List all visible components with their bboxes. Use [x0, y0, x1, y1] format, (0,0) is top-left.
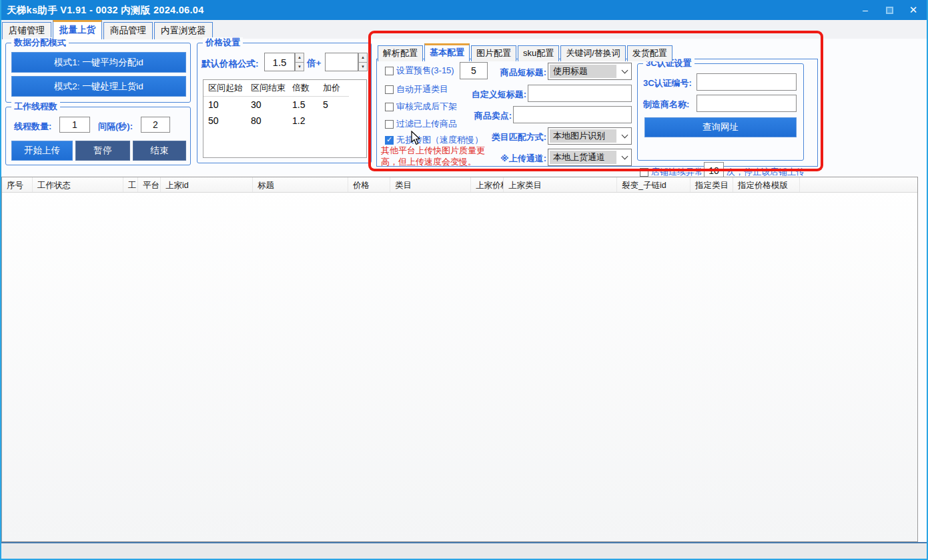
price-range-table: 区间起始 区间结束 倍数 加价 10 30 1.5 5 50 80 1.2 — [203, 79, 367, 158]
maker-name-input[interactable] — [697, 95, 797, 112]
checkbox-checked-icon[interactable] — [385, 136, 394, 145]
price-group-title: 价格设置 — [203, 37, 243, 48]
interval-input[interactable] — [141, 117, 170, 133]
checkbox-icon[interactable] — [640, 168, 648, 177]
config-tab-parse[interactable]: 解析配置 — [378, 45, 423, 61]
auto-category-checkbox[interactable]: 自动开通类目 — [385, 83, 448, 95]
presale-label: 设置预售(3-15) — [396, 65, 454, 77]
mode2-button[interactable]: 模式2: 一键处理上货id — [11, 76, 186, 97]
pause-button[interactable]: 暂停 — [75, 141, 130, 161]
main-tab-bar: 店铺管理 批量上货 商品管理 内置浏览器 — [0, 20, 928, 39]
thread-count-label: 线程数量: — [14, 121, 51, 133]
chevron-down-icon — [618, 149, 631, 165]
chevron-down-icon — [618, 63, 631, 79]
batch-upload-page: 数据分配模式 模式1: 一键平均分配id 模式2: 一键处理上货id 工作线程数… — [0, 39, 928, 542]
data-mode-group: 数据分配模式 模式1: 一键平均分配id 模式2: 一键处理上货id — [5, 43, 191, 103]
cert-number-input[interactable] — [697, 73, 797, 91]
tab-batch-upload[interactable]: 批量上货 — [53, 20, 102, 39]
config-tab-bar: 解析配置 基本配置 图片配置 sku配置 关键词/替换词 发货配置 — [378, 43, 674, 61]
col-price[interactable]: 价格 — [348, 177, 390, 192]
thread-group-title: 工作线程数 — [11, 101, 60, 112]
product-list-table: 序号 工作状态 工 平台 上家id 标题 价格 类目 上家价格 上家类目 裂变_… — [1, 177, 918, 542]
price-formula-spinner[interactable]: ▲ ▼ — [295, 53, 304, 71]
lossless-note-line1: 其他平台上传快图片质量更 — [381, 145, 485, 156]
window-border-left — [0, 0, 1, 560]
chevron-down-icon — [618, 128, 631, 144]
price-col-multiplier[interactable]: 倍数 — [288, 80, 318, 97]
col-work[interactable]: 工 — [123, 177, 138, 192]
spinner-up-icon[interactable]: ▲ — [295, 53, 304, 63]
stop-button[interactable]: 结束 — [133, 141, 186, 161]
checkbox-icon[interactable] — [385, 103, 394, 111]
col-supplier-price[interactable]: 上家价格 — [471, 177, 504, 192]
checkbox-icon[interactable] — [385, 67, 394, 75]
config-tab-image[interactable]: 图片配置 — [471, 45, 516, 61]
cell-range-start: 10 — [203, 97, 246, 113]
interval-label: 间隔(秒): — [98, 121, 133, 133]
col-work-status[interactable]: 工作状态 — [33, 177, 123, 192]
spinner-up-icon[interactable]: ▲ — [358, 53, 368, 63]
price-plus-spinner[interactable]: ▲ ▼ — [358, 53, 368, 71]
config-tab-shipping[interactable]: 发货配置 — [627, 45, 672, 61]
cell-range-end: 80 — [246, 113, 288, 129]
config-tab-basic[interactable]: 基本配置 — [424, 43, 470, 61]
price-table-row: 50 80 1.2 — [203, 113, 366, 129]
basic-config-panel: 设置预售(3-15) 自动开通类目 审核完成后下架 过滤已上传商品 无损传图（速… — [376, 59, 818, 167]
presale-days-input[interactable] — [460, 62, 488, 79]
price-col-range-end[interactable]: 区间结束 — [246, 80, 288, 97]
col-supplier-category[interactable]: 上家类目 — [504, 177, 617, 192]
short-title-dropdown[interactable]: 使用标题 — [548, 63, 632, 80]
price-col-range-start[interactable]: 区间起始 — [203, 80, 246, 97]
maximize-button[interactable] — [877, 0, 901, 20]
config-tab-sku[interactable]: sku配置 — [518, 45, 559, 61]
col-category[interactable]: 类目 — [390, 177, 471, 192]
presale-checkbox[interactable]: 设置预售(3-15) — [385, 65, 454, 77]
offshelf-checkbox[interactable]: 审核完成后下架 — [385, 101, 457, 113]
price-col-addition[interactable]: 加价 — [318, 80, 349, 97]
cell-range-end: 30 — [246, 97, 288, 113]
minimize-icon: – — [863, 5, 868, 15]
lossless-note-line2: 高，但上传速度会变慢。 — [381, 156, 476, 167]
col-filler — [800, 177, 917, 192]
cell-addition: 5 — [318, 97, 349, 113]
col-supplier-id[interactable]: 上家id — [161, 177, 253, 192]
minimize-button[interactable]: – — [853, 0, 877, 20]
col-fission-sublink-id[interactable]: 裂变_子链id — [617, 177, 690, 192]
col-platform[interactable]: 平台 — [138, 177, 161, 192]
cell-multiplier: 1.5 — [288, 97, 318, 113]
col-assigned-price-template[interactable]: 指定价格模版 — [733, 177, 800, 192]
app-window: 天梯ks助手 V1.91 - 0032 内测版 2024.06.04 – ✕ 店… — [0, 0, 928, 560]
checkbox-icon[interactable] — [385, 120, 394, 129]
category-match-label: 类目匹配方式: — [484, 131, 546, 143]
query-url-button[interactable]: 查询网址 — [644, 117, 797, 137]
price-table-row: 10 30 1.5 5 — [203, 97, 366, 113]
price-formula-input[interactable] — [264, 53, 295, 71]
start-upload-button[interactable]: 开始上传 — [11, 141, 73, 161]
spinner-down-icon[interactable]: ▼ — [358, 63, 368, 72]
category-match-dropdown[interactable]: 本地图片识别 — [548, 127, 632, 145]
upload-channel-selected: 本地上货通道 — [550, 151, 616, 164]
filter-uploaded-checkbox[interactable]: 过滤已上传商品 — [385, 118, 457, 130]
thread-count-input[interactable] — [59, 117, 90, 133]
mode1-button[interactable]: 模式1: 一键平均分配id — [11, 52, 186, 73]
col-title[interactable]: 标题 — [253, 177, 348, 192]
close-button[interactable]: ✕ — [901, 0, 925, 20]
price-plus-input[interactable] — [325, 53, 358, 71]
col-assigned-category[interactable]: 指定类目 — [690, 177, 733, 192]
thread-group: 工作线程数 线程数量: 间隔(秒): 开始上传 暂停 结束 — [5, 107, 191, 165]
custom-short-title-input[interactable] — [528, 85, 632, 102]
selling-point-input[interactable] — [513, 106, 632, 123]
category-match-selected: 本地图片识别 — [550, 129, 616, 143]
cert-group: 3C认证设置 3C认证编号: 制造商名称: 查询网址 — [637, 63, 804, 161]
config-tab-keywords[interactable]: 关键词/替换词 — [560, 45, 626, 61]
col-index[interactable]: 序号 — [2, 177, 33, 192]
cell-addition — [318, 113, 349, 129]
product-table-body[interactable] — [2, 193, 917, 542]
short-title-label: 商品短标题: — [488, 67, 546, 79]
tab-product-management[interactable]: 商品管理 — [103, 22, 153, 39]
offshelf-label: 审核完成后下架 — [396, 101, 457, 113]
price-times-label: 倍+ — [307, 57, 321, 69]
spinner-down-icon[interactable]: ▼ — [295, 63, 304, 72]
upload-channel-dropdown[interactable]: 本地上货通道 — [548, 149, 632, 166]
checkbox-icon[interactable] — [385, 85, 394, 94]
